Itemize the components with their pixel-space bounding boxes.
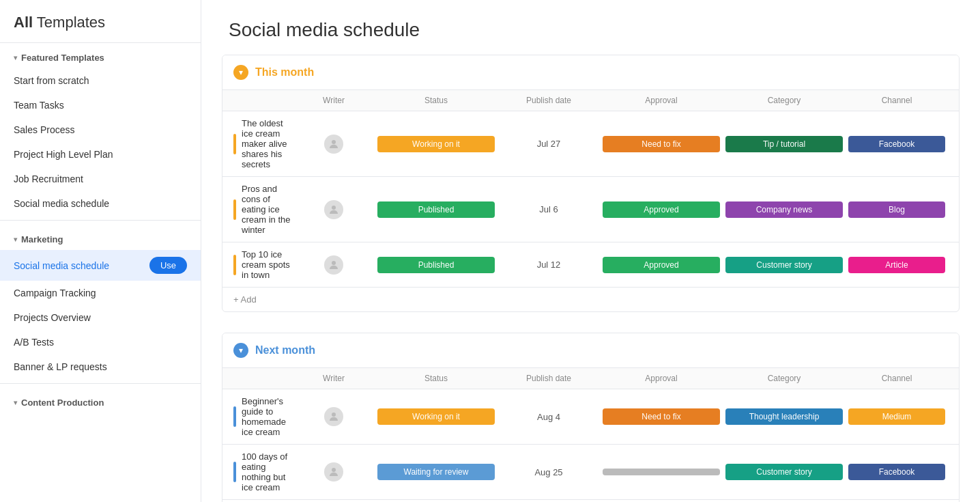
cell-category: Customer story — [723, 461, 846, 483]
table-row[interactable]: The oldest ice cream maker alive shares … — [222, 111, 959, 177]
approval-badge: Need to fix — [603, 408, 720, 425]
channel-badge: Blog — [848, 201, 945, 218]
sidebar-item-team-tasks[interactable]: Team Tasks — [0, 93, 201, 117]
approval-badge: Approved — [603, 257, 720, 273]
sidebar-item-start-scratch[interactable]: Start from scratch — [0, 68, 201, 93]
sidebar-divider-1 — [0, 220, 201, 221]
cell-status: Working on it — [375, 406, 498, 428]
avatar — [324, 255, 343, 275]
svg-point-2 — [332, 261, 336, 265]
cell-category: Tip / tutorial — [723, 133, 846, 155]
marketing-section-label: Marketing — [21, 234, 63, 245]
chevron-down-icon-2: ▾ — [14, 236, 17, 243]
table-row[interactable]: Pros and cons of eating ice cream in the… — [222, 177, 959, 242]
col-header-name-nm — [233, 374, 293, 383]
this-month-collapse-icon[interactable]: ▾ — [233, 65, 248, 80]
sidebar-header-rest: Templates — [33, 14, 105, 31]
col-header-writer-nm: Writer — [293, 374, 375, 383]
col-header-category-nm: Category — [723, 374, 846, 383]
next-month-table: ▾ Next month Writer Status Publish date … — [222, 333, 960, 502]
this-month-header[interactable]: ▾ This month — [222, 55, 959, 89]
row-color-bar — [233, 134, 236, 154]
cell-channel: Medium — [846, 406, 948, 428]
table-row[interactable]: 100 days of eating nothing but ice cream… — [222, 445, 959, 500]
sidebar-item-sales-process[interactable]: Sales Process — [0, 117, 201, 142]
featured-section-label: Featured Templates — [21, 53, 104, 63]
cell-status: Waiting for review — [375, 461, 498, 483]
sidebar-section-content-production[interactable]: ▾ Content Production — [0, 388, 201, 413]
row-name-2: Pros and cons of eating ice cream in the… — [233, 177, 293, 242]
cell-writer — [293, 132, 375, 156]
next-month-collapse-icon[interactable]: ▾ — [233, 343, 248, 358]
channel-badge: Facebook — [848, 136, 945, 152]
add-row-this-month[interactable]: + Add — [222, 288, 959, 311]
next-month-header[interactable]: ▾ Next month — [222, 333, 959, 367]
row-name-nm1: Beginner's guide to homemade ice cream — [233, 389, 293, 444]
cell-approval: Approved — [600, 254, 723, 276]
row-color-bar — [233, 199, 236, 220]
sidebar: All Templates ▾ Featured Templates Start… — [0, 0, 201, 502]
cell-status: Published — [375, 199, 498, 221]
table-row[interactable]: Top 10 ice cream spots in town Published… — [222, 242, 959, 288]
channel-badge: Medium — [848, 408, 945, 425]
cell-date: Jul 27 — [498, 136, 600, 152]
cell-channel: Blog — [846, 199, 948, 221]
this-month-table: ▾ This month Writer Status Publish date … — [222, 55, 960, 312]
avatar — [324, 462, 343, 482]
sidebar-item-social-media-active[interactable]: Social media schedule Use — [0, 250, 201, 281]
row-name-1: The oldest ice cream maker alive shares … — [233, 111, 293, 176]
channel-badge: Facebook — [848, 464, 945, 480]
cell-writer — [293, 460, 375, 484]
cell-date: Jul 6 — [498, 201, 600, 217]
use-button[interactable]: Use — [149, 257, 187, 274]
sidebar-section-marketing[interactable]: ▾ Marketing — [0, 225, 201, 250]
table-row[interactable]: Beginner's guide to homemade ice cream W… — [222, 389, 959, 445]
cell-approval: Approved — [600, 199, 723, 221]
sidebar-item-job-recruitment[interactable]: Job Recruitment — [0, 167, 201, 191]
avatar — [324, 135, 343, 154]
status-badge: Waiting for review — [377, 464, 495, 480]
col-header-category: Category — [723, 96, 846, 105]
cell-channel: Article — [846, 254, 948, 276]
next-month-title: Next month — [255, 344, 315, 357]
cell-category: Company news — [723, 199, 846, 221]
status-badge: Working on it — [377, 408, 495, 425]
sidebar-item-campaign-tracking[interactable]: Campaign Tracking — [0, 281, 201, 305]
col-header-name — [233, 96, 293, 105]
approval-badge: Approved — [603, 201, 720, 218]
cell-approval — [600, 466, 723, 478]
sidebar-item-projects-overview[interactable]: Projects Overview — [0, 305, 201, 330]
col-header-publish-nm: Publish date — [498, 374, 600, 383]
category-badge: Customer story — [725, 257, 843, 273]
row-color-bar — [233, 462, 236, 482]
approval-badge: Need to fix — [603, 136, 720, 152]
col-header-approval-nm: Approval — [600, 374, 723, 383]
sidebar-item-social-media-featured[interactable]: Social media schedule — [0, 191, 201, 216]
row-name-3: Top 10 ice cream spots in town — [233, 242, 293, 287]
cell-status: Published — [375, 254, 498, 276]
svg-point-0 — [332, 140, 336, 144]
cell-category: Thought leadership — [723, 406, 846, 428]
svg-point-1 — [332, 206, 336, 210]
sidebar-item-banner-lp[interactable]: Banner & LP requests — [0, 354, 201, 379]
cell-approval: Need to fix — [600, 406, 723, 428]
sidebar-section-featured[interactable]: ▾ Featured Templates — [0, 43, 201, 68]
avatar — [324, 407, 343, 426]
sidebar-item-project-high[interactable]: Project High Level Plan — [0, 142, 201, 167]
sidebar-item-ab-tests[interactable]: A/B Tests — [0, 330, 201, 354]
row-color-bar — [233, 406, 236, 427]
cell-category: Customer story — [723, 254, 846, 276]
cell-writer — [293, 253, 375, 277]
main-content: Social media schedule ▾ This month Write… — [201, 0, 980, 502]
chevron-right-icon: ▾ — [14, 399, 17, 406]
channel-badge: Article — [848, 257, 945, 273]
status-badge: Published — [377, 257, 495, 273]
avatar — [324, 200, 343, 219]
cell-channel: Facebook — [846, 133, 948, 155]
cell-writer — [293, 197, 375, 222]
col-header-writer: Writer — [293, 96, 375, 105]
this-month-col-headers: Writer Status Publish date Approval Cate… — [222, 89, 959, 111]
content-production-section-label: Content Production — [21, 398, 104, 408]
chevron-down-icon: ▾ — [14, 54, 17, 61]
cell-channel: Facebook — [846, 461, 948, 483]
